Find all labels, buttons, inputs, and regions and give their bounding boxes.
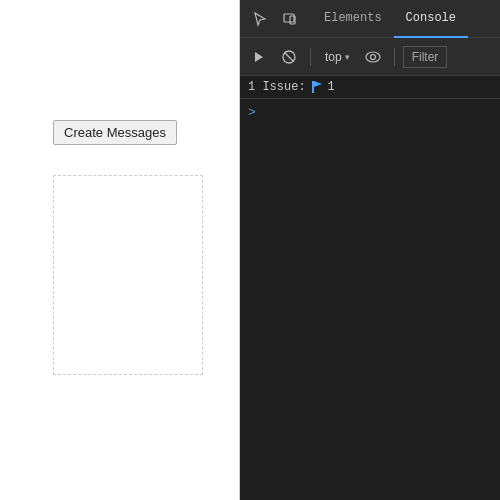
devtools-tabs: Elements Console (312, 0, 468, 38)
svg-rect-7 (312, 81, 314, 93)
devtools-panel: Elements Console top ▾ (240, 0, 500, 500)
context-label: top (325, 50, 342, 64)
chevron-down-icon: ▾ (345, 52, 350, 62)
svg-line-4 (285, 52, 294, 61)
issues-label: 1 Issue: (248, 80, 306, 94)
tab-elements[interactable]: Elements (312, 0, 394, 38)
console-toolbar: top ▾ Filter (240, 38, 500, 76)
svg-point-5 (366, 52, 380, 62)
devtools-header: Elements Console (240, 0, 500, 38)
play-icon[interactable] (246, 44, 272, 70)
prompt-arrow-icon: > (248, 105, 256, 120)
device-icon[interactable] (276, 5, 304, 33)
console-content: > (240, 99, 500, 500)
tab-console[interactable]: Console (394, 0, 468, 38)
toolbar-separator-2 (394, 48, 395, 66)
issues-count: 1 (328, 80, 335, 94)
filter-button[interactable]: Filter (403, 46, 448, 68)
svg-marker-8 (314, 81, 322, 87)
cursor-icon[interactable] (246, 5, 274, 33)
toolbar-separator-1 (310, 48, 311, 66)
filter-area: Filter (403, 46, 494, 68)
svg-rect-0 (284, 14, 294, 22)
stop-icon[interactable] (276, 44, 302, 70)
issues-bar[interactable]: 1 Issue: 1 (240, 76, 500, 99)
eye-icon[interactable] (360, 44, 386, 70)
dashed-box-area (53, 175, 203, 375)
issues-flag-icon (310, 80, 324, 94)
context-dropdown[interactable]: top ▾ (319, 48, 356, 66)
svg-point-6 (370, 54, 375, 59)
console-prompt-line: > (248, 103, 492, 122)
browser-page: Create Messages (0, 0, 240, 500)
svg-marker-2 (255, 52, 263, 62)
create-messages-button[interactable]: Create Messages (53, 120, 177, 145)
